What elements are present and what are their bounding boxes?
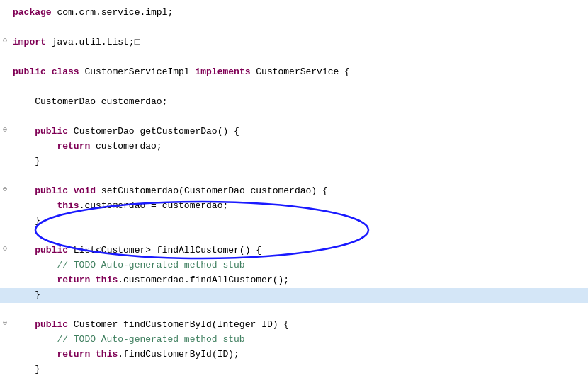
token-normal: customerdao; <box>90 141 162 151</box>
line-content: return customerdao; <box>10 139 588 154</box>
code-line: ⊖ public List<Customer> findAllCustomer(… <box>0 243 588 258</box>
code-line <box>0 80 588 95</box>
line-content: } <box>10 154 588 169</box>
token-kw: public <box>35 185 68 196</box>
token-normal <box>13 349 57 360</box>
line-content: CustomerDao customerdao; <box>10 95 588 110</box>
code-line: public class CustomerServiceImpl impleme… <box>0 65 588 80</box>
token-normal: } <box>13 215 40 226</box>
line-content: public CustomerDao getCustomerDao() { <box>10 125 588 139</box>
code-line: } <box>0 214 588 229</box>
line-content <box>10 229 588 243</box>
token-kw: import <box>13 37 46 47</box>
token-normal <box>13 275 57 285</box>
token-normal <box>13 126 35 137</box>
token-normal <box>68 185 74 196</box>
code-line: } <box>0 154 588 169</box>
line-content: return this.customerdao.findAllCustomer(… <box>10 273 588 288</box>
code-line: package com.crm.service.impl; <box>0 6 588 21</box>
code-line: // TODO Auto-generated method stub <box>0 258 588 273</box>
token-normal <box>13 141 57 151</box>
token-normal: Customer findCustomerById(Integer ID) { <box>68 319 289 330</box>
code-line: this.customerdao = customerdao; <box>0 199 588 214</box>
collapse-icon[interactable]: ⊖ <box>0 184 10 195</box>
token-normal <box>90 275 96 285</box>
line-content: } <box>10 214 588 229</box>
token-normal: CustomerDao getCustomerDao() { <box>68 126 239 137</box>
collapse-icon[interactable]: ⊖ <box>0 243 10 255</box>
line-content <box>10 80 588 95</box>
line-content: // TODO Auto-generated method stub <box>10 333 588 348</box>
code-line: } <box>0 288 588 303</box>
line-content: package com.crm.service.impl; <box>10 6 588 21</box>
code-line: ⊖ public CustomerDao getCustomerDao() { <box>0 125 588 139</box>
token-normal: } <box>13 156 40 166</box>
token-normal <box>13 200 57 211</box>
code-line: ⊖ public void setCustomerdao(CustomerDao… <box>0 184 588 199</box>
code-line <box>0 303 588 318</box>
collapse-icon[interactable]: ⊖ <box>0 35 10 47</box>
line-content: // TODO Auto-generated method stub <box>10 258 588 273</box>
token-normal: java.util.List;□ <box>46 37 140 47</box>
token-normal: .findCustomerById(ID); <box>118 349 239 360</box>
token-normal: setCustomerdao(CustomerDao customerdao) … <box>96 185 328 196</box>
token-normal: } <box>13 289 40 300</box>
line-content: public Customer findCustomerById(Integer… <box>10 318 588 333</box>
line-content: import java.util.List;□ <box>10 35 588 50</box>
token-normal: .customerdao = customerdao; <box>79 200 229 211</box>
token-kw: implements <box>195 67 250 77</box>
code-line: ⊖import java.util.List;□ <box>0 35 588 50</box>
token-kw: return <box>57 141 90 151</box>
code-line <box>0 229 588 243</box>
token-normal: CustomerServiceImpl <box>79 67 196 77</box>
token-normal <box>13 245 35 256</box>
code-line <box>0 21 588 35</box>
token-normal: } <box>13 364 40 374</box>
token-normal <box>46 67 52 77</box>
collapse-icon[interactable]: ⊖ <box>0 318 10 329</box>
code-line <box>0 50 588 65</box>
token-normal: CustomerService { <box>250 67 349 77</box>
code-line <box>0 169 588 184</box>
code-line <box>0 110 588 125</box>
token-kw: public <box>35 126 68 137</box>
token-kw: public <box>35 245 68 256</box>
token-kw: return <box>57 275 90 285</box>
token-kw: public <box>35 319 68 330</box>
code-line: return this.customerdao.findAllCustomer(… <box>0 273 588 288</box>
line-content <box>10 110 588 125</box>
line-content <box>10 303 588 318</box>
token-comment: // TODO Auto-generated method stub <box>13 334 245 345</box>
token-normal <box>13 319 35 330</box>
token-normal: .customerdao.findAllCustomer(); <box>118 275 289 285</box>
token-kw: void <box>74 185 96 196</box>
line-content: return this.findCustomerById(ID); <box>10 348 588 362</box>
code-line: CustomerDao customerdao; <box>0 95 588 110</box>
line-content <box>10 169 588 184</box>
line-content: this.customerdao = customerdao; <box>10 199 588 214</box>
token-kw: public <box>13 67 46 77</box>
token-kw: this <box>57 200 79 211</box>
code-line: return this.findCustomerById(ID); <box>0 348 588 362</box>
token-normal: CustomerDao customerdao; <box>13 96 167 107</box>
code-line: return customerdao; <box>0 139 588 154</box>
token-kw: return <box>57 349 90 360</box>
token-kw: this <box>96 349 118 360</box>
token-normal: com.crm.service.impl; <box>52 7 174 18</box>
line-content: public class CustomerServiceImpl impleme… <box>10 65 588 80</box>
token-comment: // TODO Auto-generated method stub <box>13 260 245 270</box>
token-normal <box>13 185 35 196</box>
code-editor: package com.crm.service.impl; ⊖import ja… <box>0 0 588 390</box>
line-content: } <box>10 362 588 377</box>
line-content: public void setCustomerdao(CustomerDao c… <box>10 184 588 199</box>
token-kw: class <box>52 67 79 77</box>
collapse-icon[interactable]: ⊖ <box>0 125 10 136</box>
token-normal: List<Customer> findAllCustomer() { <box>68 245 261 256</box>
code-line: // TODO Auto-generated method stub <box>0 333 588 348</box>
line-content <box>10 377 588 390</box>
code-line: ⊖ public Customer findCustomerById(Integ… <box>0 318 588 333</box>
line-content: } <box>10 288 588 303</box>
code-line <box>0 377 588 390</box>
line-content <box>10 50 588 65</box>
line-content <box>10 21 588 35</box>
